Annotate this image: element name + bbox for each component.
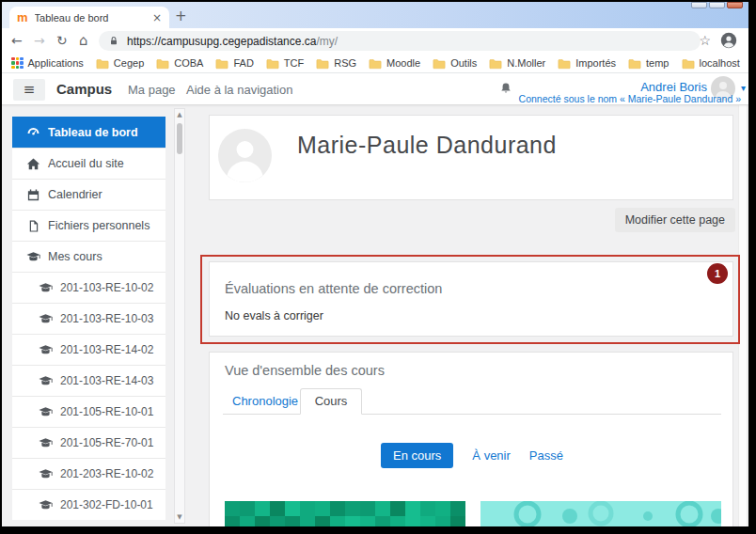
bookmark-folder-cegep[interactable]: Cegep (96, 57, 144, 70)
site-brand[interactable]: Campus (56, 81, 112, 97)
calendar-icon (26, 188, 40, 202)
graduation-cap-icon (39, 375, 53, 387)
tab-chronologie[interactable]: Chronologie (232, 388, 298, 415)
sidebar-course-201-105-re-70-01[interactable]: 201-105-RE-70-01 (12, 427, 165, 458)
folder-icon (215, 57, 228, 70)
graduation-cap-icon (39, 282, 53, 294)
evaluations-empty-text: No evals à corriger (225, 309, 323, 322)
browser-toolbar: ← → ↻ ⌂ https://campusupg.cegepadistance… (2, 28, 748, 54)
user-menu-caret-icon[interactable]: ▾ (741, 83, 746, 93)
graduation-cap-icon (39, 406, 53, 418)
sidebar-item-fichiers-personnels[interactable]: Fichiers personnels (12, 210, 165, 241)
logged-in-as-text[interactable]: Connecté sous le nom « Marie-Paule Dandu… (519, 93, 741, 104)
moodle-favicon-icon: m (17, 11, 28, 24)
home-icon[interactable]: ⌂ (79, 33, 88, 49)
reload-icon[interactable]: ↻ (56, 33, 68, 49)
tab-cours[interactable]: Cours (300, 388, 362, 415)
nav-link-ma-page[interactable]: Ma page (128, 83, 176, 97)
sidebar-course-201-103-re-10-03[interactable]: 201-103-RE-10-03 (12, 303, 165, 334)
course-filters: En cours À venir Passé (210, 443, 734, 468)
scroll-up-icon[interactable]: ▲ (175, 111, 184, 118)
address-bar[interactable]: https://campusupg.cegepadistance.ca/my/ (99, 31, 701, 51)
bookmark-folder-list: CegepCOBAFADTCFRSGMoodleOutilsN.MollerIm… (96, 57, 740, 70)
graduation-cap-icon (39, 468, 53, 480)
folder-icon (369, 57, 382, 70)
home-icon (26, 157, 40, 171)
sidebar-course-201-302-fd-10-01[interactable]: 201-302-FD-10-01 (12, 489, 165, 520)
apps-shortcut[interactable]: Applications (11, 57, 84, 70)
bookmark-folder-outils[interactable]: Outils (433, 57, 477, 70)
folder-icon (558, 57, 571, 70)
tab-close-icon[interactable]: × (152, 11, 162, 24)
graduation-cap-icon (39, 499, 53, 511)
bookmark-folder-importes[interactable]: Importés (558, 57, 616, 70)
browser-tab-strip: m Tableau de bord × + (2, 2, 748, 28)
site-navbar: ≡ Campus Ma page Aide à la navigation An… (2, 73, 748, 105)
url-text: https://campusupg.cegepadistance.ca/my/ (127, 35, 338, 48)
evaluations-title: Évaluations en attente de correction (225, 281, 442, 296)
folder-icon (489, 57, 502, 70)
nav-link-aide[interactable]: Aide à la navigation (186, 83, 292, 97)
sidebar-course-201-103-re-14-03[interactable]: 201-103-RE-14-03 (12, 365, 165, 396)
lock-icon (108, 35, 119, 47)
user-menu-name[interactable]: Andrei Boris (640, 80, 707, 94)
course-card-image-teal[interactable] (480, 501, 721, 526)
profile-avatar[interactable] (218, 129, 272, 186)
graduation-cap-icon (26, 251, 40, 263)
sidebar-course-201-203-re-10-02[interactable]: 201-203-RE-10-02 (12, 458, 165, 489)
back-icon[interactable]: ← (11, 33, 23, 49)
filter-a-venir-link[interactable]: À venir (472, 448, 510, 463)
filter-passe-link[interactable]: Passé (529, 448, 563, 463)
sidebar-course-201-105-re-10-01[interactable]: 201-105-RE-10-01 (12, 396, 165, 427)
browser-profile-icon[interactable] (720, 32, 737, 53)
apps-grid-icon (11, 57, 24, 70)
graduation-cap-icon (39, 344, 53, 356)
gauge-icon (26, 125, 40, 139)
course-card-image-green[interactable] (225, 501, 465, 526)
graduation-cap-icon (39, 313, 53, 325)
sidebar-item-mes-cours[interactable]: Mes cours (12, 241, 165, 272)
folder-icon (316, 57, 329, 70)
bookmark-folder-fad[interactable]: FAD (215, 57, 253, 70)
tab-title: Tableau de bord (35, 12, 147, 24)
sidebar-course-201-103-re-10-02[interactable]: 201-103-RE-10-02 (12, 272, 165, 303)
sidebar-item-accueil-du-site[interactable]: Accueil du site (12, 148, 165, 179)
file-icon (26, 219, 40, 233)
notifications-bell-icon[interactable] (499, 81, 512, 100)
scroll-down-icon[interactable]: ▼ (175, 513, 184, 521)
hamburger-menu-button[interactable]: ≡ (13, 79, 45, 101)
filter-en-cours-button[interactable]: En cours (381, 443, 453, 468)
course-overview-block: Vue d'ensemble des cours Chronologie Cou… (209, 352, 733, 526)
minimize-button[interactable] (691, 2, 707, 8)
maximize-button[interactable] (709, 2, 725, 8)
folder-icon (628, 57, 641, 70)
bookmark-star-icon[interactable]: ☆ (699, 33, 711, 48)
bookmark-folder-n-moller[interactable]: N.Moller (489, 57, 545, 70)
bookmark-folder-tcf[interactable]: TCF (266, 57, 304, 70)
folder-icon (266, 57, 279, 70)
window-controls (691, 2, 743, 8)
folder-icon (433, 57, 446, 70)
close-window-button[interactable] (727, 2, 743, 8)
forward-icon: → (34, 33, 45, 49)
bookmark-folder-rsg[interactable]: RSG (316, 57, 356, 70)
edit-page-button[interactable]: Modifier cette page (615, 208, 735, 232)
bookmarks-bar: Applications CegepCOBAFADTCFRSGMoodleOut… (2, 54, 748, 73)
bookmark-folder-moodle[interactable]: Moodle (369, 57, 420, 70)
bookmark-folder-coba[interactable]: COBA (156, 57, 203, 70)
sidebar-item-tableau-de-bord[interactable]: Tableau de bord (12, 117, 165, 148)
sidebar-course-201-103-re-14-02[interactable]: 201-103-RE-14-02 (12, 334, 165, 365)
sidebar-scrollbar-thumb[interactable] (177, 123, 182, 154)
folder-icon (96, 57, 109, 70)
page-scrollbar[interactable] (738, 105, 748, 526)
new-tab-button[interactable]: + (175, 8, 187, 24)
profile-header-card: Marie-Paule Dandurand (209, 115, 733, 200)
profile-name: Marie-Paule Dandurand (297, 132, 557, 159)
page-content: Tableau de bordAccueil du siteCalendrier… (2, 105, 748, 526)
evaluations-block: Évaluations en attente de correction No … (209, 261, 733, 337)
sidebar-item-calendrier[interactable]: Calendrier (12, 179, 165, 210)
bookmark-folder-temp[interactable]: temp (628, 57, 669, 70)
browser-tab[interactable]: m Tableau de bord × (9, 7, 169, 28)
bookmark-folder-localhost[interactable]: localhost (682, 57, 740, 70)
sidebar-scrollbar[interactable]: ▲ ▼ (174, 108, 185, 524)
